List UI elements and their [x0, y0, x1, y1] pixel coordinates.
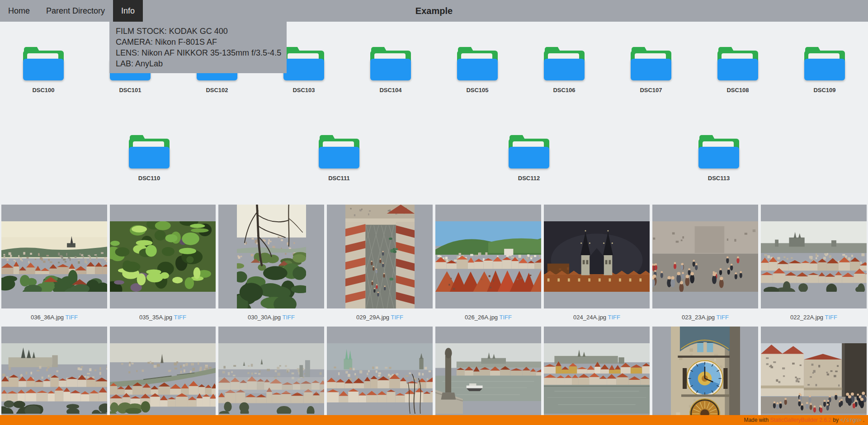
thumbnail-image-link[interactable]	[110, 205, 216, 308]
folder-item-dsc107[interactable]: DSC107	[608, 47, 694, 93]
image-filename: 035_35A.jpg	[139, 314, 172, 321]
thumbnail-caption: 035_35A.jpg TIFF	[108, 308, 217, 327]
folder-front	[319, 147, 359, 168]
photo-thumbnail-art	[1, 343, 107, 414]
thumbnail-cell	[217, 327, 326, 425]
info-line-lab: LAB: AnyLab	[116, 58, 280, 69]
photo-thumbnail-art	[652, 221, 758, 292]
image-filename: 024_24A.jpg	[573, 314, 606, 321]
folder-label: DSC111	[328, 175, 350, 182]
thumbnail-image-link[interactable]	[218, 327, 324, 425]
folder-item-dsc113[interactable]: DSC113	[675, 135, 762, 182]
folder-label: DSC109	[813, 87, 835, 93]
footer-made-with: Made with	[744, 417, 769, 423]
info-line-film: FILM STOCK: KODAK GC 400	[116, 26, 280, 37]
thumbnail-image-link[interactable]	[435, 327, 541, 425]
folder-front	[717, 59, 758, 80]
thumbnail-image-link[interactable]	[652, 327, 758, 425]
thumbnail-image-link[interactable]	[1, 327, 107, 425]
thumbnail-caption: 023_23A.jpg TIFF	[651, 308, 760, 327]
folder-front	[698, 147, 739, 168]
thumbnail-image-link[interactable]	[761, 327, 867, 425]
thumbnail-image-link[interactable]	[1, 205, 107, 308]
thumbnail-caption: 022_22A.jpg TIFF	[760, 308, 868, 327]
image-filename: 023_23A.jpg	[682, 314, 715, 321]
folder-item-dsc105[interactable]: DSC105	[434, 47, 521, 93]
thumbnail-cell	[108, 327, 217, 425]
photo-thumbnail-art	[237, 205, 306, 308]
footer-by: by	[833, 417, 839, 423]
folder-item-dsc104[interactable]: DSC104	[347, 47, 434, 93]
nav-item-info[interactable]: Info	[113, 0, 143, 22]
folder-item-dsc106[interactable]: DSC106	[521, 47, 608, 93]
folder-front	[457, 59, 498, 80]
thumbnail-image-link[interactable]	[327, 327, 433, 425]
thumbnail-image-link[interactable]	[761, 205, 867, 308]
builder-link[interactable]: StaticGalleryBuilder 2.6.2	[770, 417, 831, 423]
folder-icon	[319, 135, 359, 168]
folder-label: DSC101	[119, 87, 141, 93]
thumbnail-image-link[interactable]	[652, 205, 758, 308]
thumbnail-cell	[760, 327, 868, 425]
info-line-lens: LENS: Nikon AF NIKKOR 35-135mm f/3.5-4.5	[116, 47, 280, 58]
folder-label: DSC113	[708, 175, 730, 182]
thumbnail-cell: 030_30A.jpg TIFF	[217, 205, 326, 327]
thumbnail-image-link[interactable]	[110, 327, 216, 425]
folder-front	[283, 59, 324, 80]
thumbnail-image-link[interactable]	[544, 205, 650, 308]
tiff-link[interactable]: TIFF	[716, 314, 728, 321]
thumbnail-image-link[interactable]	[327, 205, 433, 308]
thumbnail-cell	[542, 327, 651, 425]
footer-dot: .	[863, 417, 864, 423]
thumbnail-cell	[434, 327, 542, 425]
thumbnail-cell: 022_22A.jpg TIFF	[760, 205, 868, 327]
tiff-link[interactable]: TIFF	[608, 314, 620, 321]
folder-row-2: DSC110DSC111DSC112DSC113	[0, 135, 868, 182]
photo-thumbnail-art	[110, 221, 216, 292]
tiff-link[interactable]: TIFF	[825, 314, 837, 321]
nav-item-parent-directory[interactable]: Parent Directory	[38, 0, 113, 22]
thumbnail-cell: 029_29A.jpg TIFF	[326, 205, 434, 327]
thumbnail-row-1: 036_36A.jpg TIFF035_35A.jpg TIFF030_30A.…	[0, 205, 868, 327]
thumbnail-cell: 024_24A.jpg TIFF	[542, 205, 651, 327]
thumbnail-caption: 029_29A.jpg TIFF	[326, 308, 434, 327]
brand-logo-link[interactable]: </srgn>	[840, 417, 861, 423]
folder-label: DSC106	[553, 87, 575, 93]
folder-label: DSC108	[726, 87, 749, 93]
photo-thumbnail-art	[218, 343, 324, 414]
image-filename: 036_36A.jpg	[31, 314, 64, 321]
nav-item-home[interactable]: Home	[0, 0, 38, 22]
photo-thumbnail-art	[761, 221, 867, 292]
folder-item-dsc110[interactable]: DSC110	[106, 135, 193, 182]
folder-item-dsc109[interactable]: DSC109	[781, 47, 868, 93]
tiff-link[interactable]: TIFF	[65, 314, 77, 321]
thumbnail-cell: 036_36A.jpg TIFF	[0, 205, 108, 327]
thumbnail-image-link[interactable]	[544, 327, 650, 425]
folder-icon	[457, 47, 498, 80]
folder-item-dsc100[interactable]: DSC100	[0, 47, 87, 93]
top-nav: Home Parent Directory Info Example	[0, 0, 868, 22]
thumbnail-image-link[interactable]	[435, 205, 541, 308]
photo-thumbnail-art	[544, 343, 650, 414]
tiff-link[interactable]: TIFF	[282, 314, 294, 321]
thumbnail-cell	[0, 327, 108, 425]
thumbnail-caption: 024_24A.jpg TIFF	[542, 308, 651, 327]
photo-thumbnail-art	[435, 343, 541, 414]
folder-front	[804, 59, 845, 80]
folder-item-dsc108[interactable]: DSC108	[694, 47, 781, 93]
folder-label: DSC100	[32, 87, 54, 93]
tiff-link[interactable]: TIFF	[391, 314, 403, 321]
thumbnail-cell: 023_23A.jpg TIFF	[651, 205, 760, 327]
thumbnail-cell: 035_35A.jpg TIFF	[108, 205, 217, 327]
thumbnail-image-link[interactable]	[218, 205, 324, 308]
folder-label: DSC110	[138, 175, 160, 182]
folder-front	[544, 59, 585, 80]
photo-thumbnail-art	[1, 221, 107, 292]
tiff-link[interactable]: TIFF	[499, 314, 511, 321]
folder-item-dsc111[interactable]: DSC111	[296, 135, 382, 182]
photo-thumbnail-art	[671, 327, 740, 425]
tiff-link[interactable]: TIFF	[174, 314, 186, 321]
folder-icon	[544, 47, 585, 80]
folder-item-dsc112[interactable]: DSC112	[486, 135, 572, 182]
folder-icon	[698, 135, 739, 168]
